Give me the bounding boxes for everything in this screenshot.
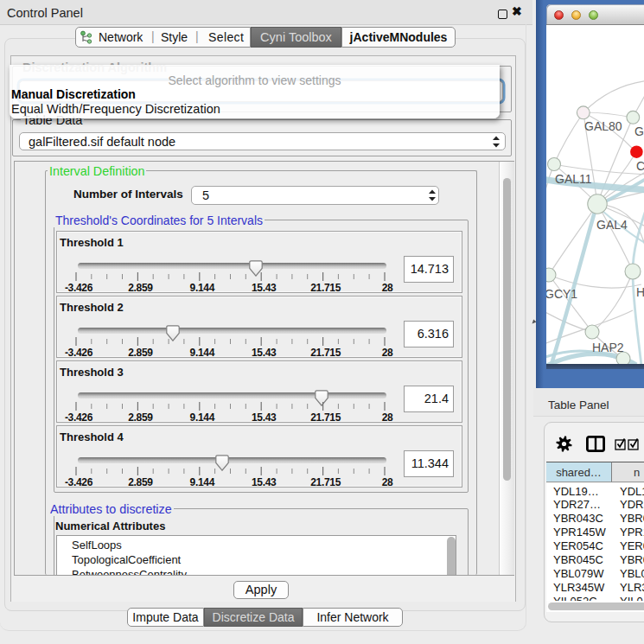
svg-text:HAP2: HAP2 bbox=[592, 341, 624, 354]
svg-text:H: H bbox=[636, 285, 644, 299]
svg-text:GCY1: GCY1 bbox=[546, 287, 577, 301]
svg-text:GAL4: GAL4 bbox=[596, 218, 628, 232]
svg-text:G.: G. bbox=[634, 124, 644, 138]
svg-text:GAL11: GAL11 bbox=[555, 172, 592, 186]
svg-text:GAL80: GAL80 bbox=[584, 119, 622, 133]
svg-text:C: C bbox=[636, 159, 644, 173]
